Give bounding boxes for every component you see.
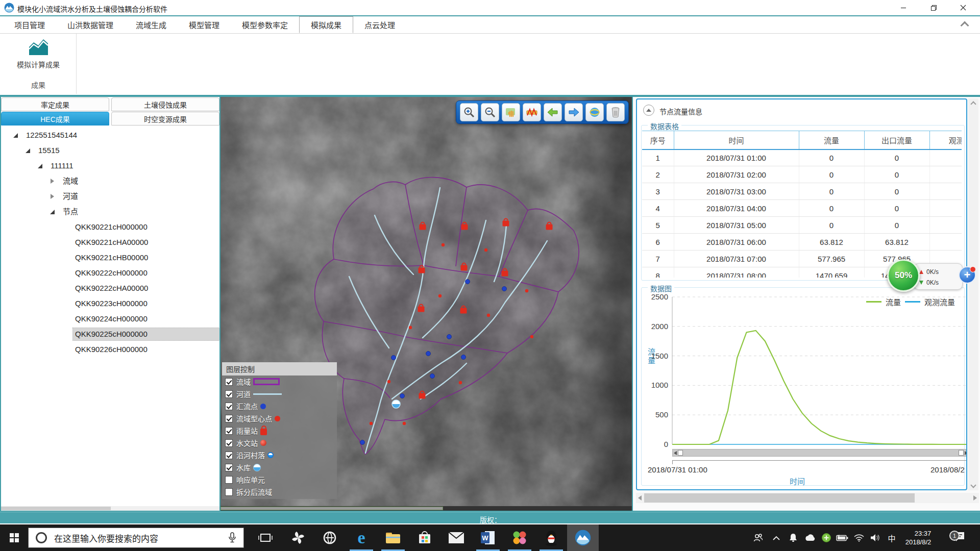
junction-marker[interactable] [391,356,396,360]
layer-checkbox-响应单元[interactable] [225,476,233,484]
layer-checkbox-沿河村落[interactable] [225,452,233,459]
centroid-marker[interactable] [387,380,390,383]
tray-battery-icon[interactable] [835,524,850,551]
tree-item-QKK90222cHA00000[interactable]: QKK90222cHA00000 [1,281,219,296]
tray-ime-indicator[interactable]: 中 [884,524,899,551]
taskbar-app-qq[interactable] [535,524,567,551]
menu-tab-3[interactable]: 模型管理 [178,16,231,33]
simulation-results-button[interactable]: 模拟计算成果 [0,36,77,72]
map-hscrollbar[interactable] [220,506,632,511]
layer-checkbox-水库[interactable] [225,464,233,471]
junction-marker[interactable] [426,352,431,356]
table-row[interactable]: 32018/07/31 03:00000 [642,183,962,200]
layer-checkbox-流域型心点[interactable] [225,415,233,422]
menu-tab-6[interactable]: 点云处理 [353,16,406,33]
table-row[interactable]: 22018/07/31 02:00000 [642,166,962,183]
centroid-marker[interactable] [459,381,462,384]
zoom-out-button[interactable] [481,103,499,121]
clear-trash-button[interactable] [606,103,625,121]
task-view-button[interactable] [253,524,278,551]
tree-item-QKK90221cHB00000[interactable]: QKK90221cHB00000 [1,250,219,265]
right-panel-hscrollbar[interactable] [636,493,979,503]
microphone-icon[interactable] [228,532,236,543]
junction-marker[interactable] [360,440,365,445]
tree-item-QKK90226cH000000[interactable]: QKK90226cH000000 [1,342,219,357]
left-tab-率定成果[interactable]: 率定成果 [1,97,109,111]
tree-item-QKK90221cH000000[interactable]: QKK90221cH000000 [1,219,219,235]
tray-notification-bell-icon[interactable] [786,524,800,551]
tray-action-center-icon[interactable]: 1 [948,524,971,551]
add-task-button[interactable]: + [959,266,976,284]
maximize-restore-button[interactable] [922,0,945,15]
junction-marker[interactable] [461,355,466,360]
tree-item-QKK90221cHA00000[interactable]: QKK90221cHA00000 [1,235,219,250]
junction-marker[interactable] [465,280,470,284]
junction-marker[interactable] [447,335,452,339]
menu-tab-2[interactable]: 流域生成 [125,16,178,33]
forward-button[interactable] [565,103,583,121]
tray-chevron-up-icon[interactable] [769,524,783,551]
layer-checkbox-河道[interactable] [225,390,233,398]
col-header-流量[interactable]: 流量 [799,131,864,149]
menu-tab-1[interactable]: 山洪数据管理 [56,16,125,33]
tree-item-111111[interactable]: 111111 [1,158,219,173]
tree-item-QKK90225cH000000[interactable]: QKK90225cH000000 [1,327,219,342]
tree-item-QKK90222cH000000[interactable]: QKK90222cH000000 [1,265,219,281]
junction-marker[interactable] [502,287,507,291]
centroid-marker[interactable] [370,422,373,425]
taskbar-app-photos[interactable] [504,524,535,551]
junction-marker[interactable] [430,374,435,379]
tray-people-icon[interactable] [750,524,766,551]
tree-expanded-arrow-icon[interactable] [12,132,19,139]
centroid-marker[interactable] [530,335,533,338]
taskbar-app-store[interactable] [409,524,440,551]
menu-tab-5[interactable]: 模拟成果 [299,16,353,33]
table-row[interactable]: 42018/07/31 04:00000 [642,200,962,217]
layer-checkbox-汇流点[interactable] [225,403,233,410]
taskbar-search-input[interactable]: 在这里输入你要搜索的内容 [28,528,244,548]
tree-item-QKK90224cH000000[interactable]: QKK90224cH000000 [1,311,219,327]
flow-data-table[interactable]: 序号时间流量出口流量观测流量 12018/07/31 01:0000022018… [642,131,962,278]
col-header-出口流量[interactable]: 出口流量 [864,131,929,149]
centroid-marker[interactable] [409,326,412,329]
layer-checkbox-拆分后流域[interactable] [225,488,233,496]
taskbar-app-flood-analysis[interactable] [567,524,599,551]
full-extent-globe-button[interactable] [585,103,604,121]
speed-ball-button[interactable]: 50% [887,259,920,292]
left-tab-土壤侵蚀成果[interactable]: 土壤侵蚀成果 [111,97,219,111]
map-view[interactable]: 图层控制 流域河道汇流点流域型心点雨量站水文站沿河村落水库响应单元拆分后流域 [220,97,632,511]
tree-expanded-arrow-icon[interactable] [37,162,44,169]
centroid-marker[interactable] [403,422,406,425]
tree-item-节点[interactable]: 节点 [1,204,219,219]
tree-item-QKK90223cH000000[interactable]: QKK90223cH000000 [1,296,219,311]
back-button[interactable] [544,103,562,121]
junction-marker[interactable] [400,394,405,398]
pan-button[interactable] [502,103,520,121]
layer-checkbox-流域[interactable] [225,378,233,386]
close-button[interactable] [951,0,975,15]
collapse-panel-button[interactable] [643,105,654,116]
col-header-序号[interactable]: 序号 [642,131,674,149]
table-row[interactable]: 62018/07/31 06:0063.81263.8120 [642,234,962,251]
zoom-in-button[interactable] [460,103,478,121]
tree-collapsed-arrow-icon[interactable] [49,193,56,200]
taskbar-app-mail[interactable] [440,524,472,551]
centroid-marker[interactable] [525,289,528,292]
menu-tab-4[interactable]: 模型参数率定 [231,16,299,33]
left-tab-HEC成果[interactable]: HEC成果 [1,112,109,126]
centroid-marker[interactable] [442,243,445,246]
measure-button[interactable] [523,103,541,121]
left-panel-hscrollbar[interactable] [1,506,219,511]
start-button[interactable] [0,524,28,551]
taskbar-app-edge[interactable]: e [346,524,377,551]
tree-item-河道[interactable]: 河道 [1,189,219,204]
tree-collapsed-arrow-icon[interactable] [49,178,56,185]
centroid-marker[interactable] [487,314,490,317]
taskbar-app-pinwheel[interactable] [282,524,314,551]
table-row[interactable]: 12018/07/31 01:00000 [642,149,962,166]
tray-wifi-icon[interactable] [851,524,867,551]
layer-checkbox-水文站[interactable] [225,439,233,447]
table-row[interactable]: 52018/07/31 05:00000 [642,217,962,234]
taskbar-app-word[interactable]: W [472,524,504,551]
ribbon-collapse-chevron-icon[interactable] [961,21,969,27]
